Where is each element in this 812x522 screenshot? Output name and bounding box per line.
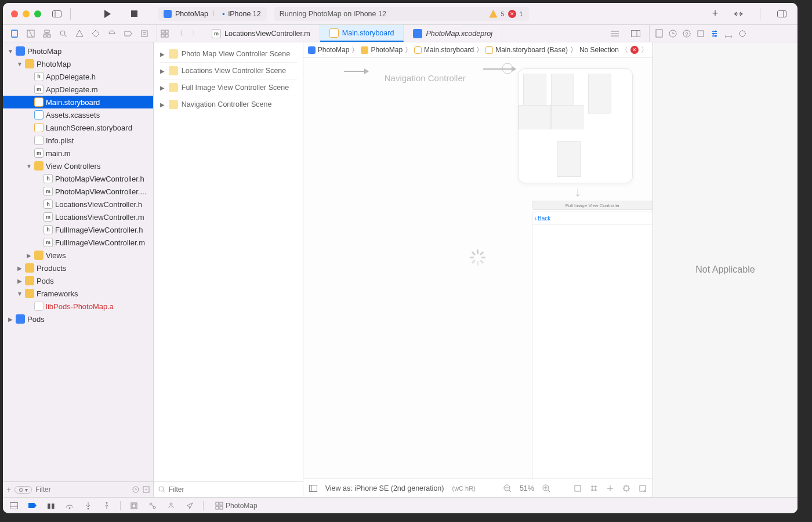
stop-button[interactable] xyxy=(126,6,142,21)
tree-row[interactable]: Info.plist xyxy=(3,134,153,147)
tree-row[interactable]: hFullImageViewController.h xyxy=(3,223,153,236)
tree-row[interactable]: ▼Frameworks xyxy=(3,287,153,300)
full-image-scene[interactable]: Full Image View Controller ‹ Back xyxy=(532,201,652,478)
crumb-folder[interactable]: PhotoMap xyxy=(371,46,403,54)
tree-row[interactable]: mPhotoMapViewController.... xyxy=(3,185,153,198)
disclosure-icon[interactable]: ▶ xyxy=(26,252,32,259)
code-review-button[interactable] xyxy=(731,6,746,21)
tree-row[interactable]: libPods-PhotoMap.a xyxy=(3,300,153,313)
activity-status[interactable]: Running PhotoMap on iPhone 12 5 ✕ 1 xyxy=(274,7,529,21)
tree-row[interactable]: Main.storyboard xyxy=(3,96,153,108)
tree-row[interactable]: LaunchScreen.storyboard xyxy=(3,121,153,134)
step-over-button[interactable] xyxy=(64,501,75,511)
crumb-selection[interactable]: No Selection xyxy=(579,46,619,54)
scm-filter-icon[interactable] xyxy=(143,486,150,493)
tree-row[interactable]: mAppDelegate.m xyxy=(3,83,153,96)
scene-row[interactable]: ▶Navigation Controller Scene xyxy=(156,96,300,113)
disclosure-icon[interactable]: ▶ xyxy=(17,265,23,271)
disclosure-icon[interactable]: ▼ xyxy=(17,291,23,297)
step-into-button[interactable] xyxy=(83,501,93,511)
size-inspector-tab[interactable] xyxy=(724,30,733,38)
error-icon[interactable]: ✕ xyxy=(630,46,639,54)
prev-issue-button[interactable]: 〈 xyxy=(621,45,628,55)
connections-inspector-tab[interactable] xyxy=(738,30,746,38)
pause-continue-button[interactable]: ▮▮ xyxy=(46,501,56,511)
zoom-window-button[interactable] xyxy=(34,10,41,17)
tree-row[interactable]: Assets.xcassets xyxy=(3,108,153,121)
align-button[interactable] xyxy=(574,484,582,492)
step-out-button[interactable] xyxy=(102,501,112,511)
view-controller-thumbnails[interactable] xyxy=(518,68,633,183)
source-control-navigator-tab[interactable] xyxy=(25,28,37,39)
tree-row[interactable]: ▶Pods xyxy=(3,274,153,287)
crumb-project[interactable]: PhotoMap xyxy=(318,46,350,54)
tree-row[interactable]: mmain.m xyxy=(3,147,153,160)
next-issue-button[interactable]: 〉 xyxy=(641,45,648,55)
disclosure-icon[interactable]: ▶ xyxy=(160,85,165,91)
tree-row[interactable]: ▶Products xyxy=(3,262,153,274)
test-navigator-tab[interactable] xyxy=(90,28,102,39)
history-inspector-tab[interactable] xyxy=(669,30,677,38)
run-button[interactable] xyxy=(100,6,115,21)
jump-bar[interactable]: PhotoMap〉 PhotoMap〉 Main.storyboard〉 Mai… xyxy=(303,42,652,58)
recent-filter-icon[interactable] xyxy=(132,486,139,493)
identity-inspector-tab[interactable] xyxy=(697,30,705,38)
nav-forward-button[interactable]: 〉 xyxy=(187,26,202,41)
close-window-button[interactable] xyxy=(11,10,18,17)
issue-navigator-tab[interactable] xyxy=(74,28,85,39)
embed-button[interactable] xyxy=(622,484,630,492)
scheme-selector[interactable]: PhotoMap 〉 ▪ iPhone 12 xyxy=(158,7,267,21)
zoom-in-button[interactable] xyxy=(542,484,550,492)
debug-view-button[interactable] xyxy=(129,501,139,511)
outline-filter-input[interactable] xyxy=(169,485,298,494)
crumb-base[interactable]: Main.storyboard (Base) xyxy=(495,46,568,54)
disclosure-icon[interactable]: ▼ xyxy=(17,61,23,67)
disclosure-icon[interactable]: ▶ xyxy=(160,51,165,57)
zoom-out-button[interactable] xyxy=(503,484,512,492)
disclosure-icon[interactable]: ▶ xyxy=(160,68,165,74)
tree-row[interactable]: mFullImageViewController.m xyxy=(3,236,153,249)
editor-options-button[interactable] xyxy=(607,26,622,41)
attributes-inspector-tab[interactable] xyxy=(710,30,719,38)
tree-row[interactable]: ▼View Controllers xyxy=(3,160,153,172)
tree-row[interactable]: hLocationsViewController.h xyxy=(3,198,153,211)
breakpoints-toggle[interactable] xyxy=(27,501,38,511)
debug-process-selector[interactable]: PhotoMap xyxy=(215,502,258,510)
tree-row[interactable]: ▶Pods xyxy=(3,313,153,325)
back-button-label[interactable]: Back xyxy=(538,215,550,222)
tree-row[interactable]: ▶Views xyxy=(3,249,153,262)
hide-debug-button[interactable] xyxy=(9,501,19,511)
toggle-left-panel-button[interactable] xyxy=(49,6,64,21)
toggle-right-panel-button[interactable] xyxy=(774,6,789,21)
disclosure-icon[interactable]: ▶ xyxy=(17,278,23,284)
nav-back-button[interactable]: 〈 xyxy=(172,26,187,41)
disclosure-icon[interactable]: ▶ xyxy=(160,102,165,108)
resolve-issues-button[interactable] xyxy=(606,484,614,492)
toggle-outline-button[interactable] xyxy=(309,485,317,492)
related-items-button[interactable] xyxy=(157,26,172,41)
storyboard-canvas[interactable]: Navigation Controller ↓ Full Image View … xyxy=(303,58,652,478)
view-as-label[interactable]: View as: iPhone SE (2nd generation) xyxy=(325,484,444,492)
adjust-editor-button[interactable] xyxy=(628,26,643,41)
editor-tab[interactable]: Main.storyboard xyxy=(320,25,404,42)
scene-row[interactable]: ▶Locations View Controller Scene xyxy=(156,63,300,79)
location-button[interactable] xyxy=(184,501,195,511)
disclosure-icon[interactable]: ▼ xyxy=(26,163,32,169)
navigator-filter-input[interactable] xyxy=(35,485,129,494)
editor-tab[interactable]: PhotoMap.xcodeproj xyxy=(404,25,502,42)
editor-tab[interactable]: mLocationsViewController.m xyxy=(202,25,320,42)
canvas-config-button[interactable] xyxy=(639,484,647,492)
find-navigator-tab[interactable] xyxy=(57,28,69,39)
tree-row[interactable]: mLocationsViewController.m xyxy=(3,211,153,223)
zoom-level[interactable]: 51% xyxy=(520,484,534,492)
pin-button[interactable] xyxy=(590,484,598,492)
environment-button[interactable] xyxy=(166,501,176,511)
tree-row[interactable]: ▼PhotoMap xyxy=(3,57,153,70)
file-inspector-tab[interactable] xyxy=(655,29,663,38)
symbol-navigator-tab[interactable] xyxy=(41,28,53,39)
add-file-button[interactable]: + xyxy=(6,485,11,494)
add-button[interactable]: + xyxy=(708,6,723,21)
tree-row[interactable]: hAppDelegate.h xyxy=(3,70,153,83)
disclosure-icon[interactable]: ▶ xyxy=(8,316,13,322)
project-navigator-tab[interactable] xyxy=(9,28,20,39)
